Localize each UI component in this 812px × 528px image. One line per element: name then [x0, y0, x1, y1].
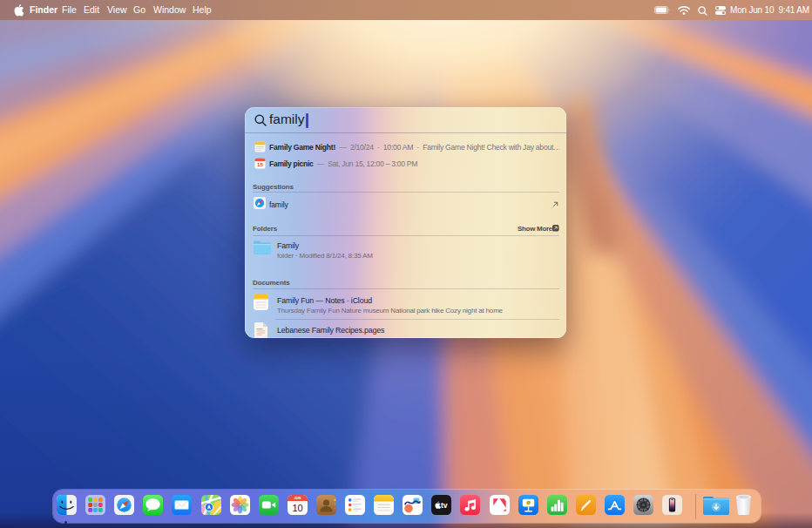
svg-text:10: 10 — [292, 503, 302, 513]
svg-text:tv: tv — [441, 501, 448, 510]
svg-text:JUN: JUN — [294, 496, 301, 500]
svg-text:15: 15 — [257, 161, 263, 167]
